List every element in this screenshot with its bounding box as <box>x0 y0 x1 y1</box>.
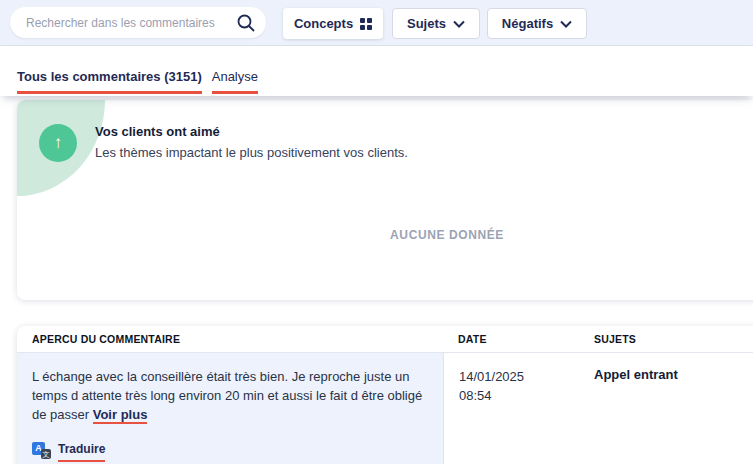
sujets-dropdown-button[interactable]: Sujets <box>392 8 480 39</box>
filter-bar: Concepts Sujets Négatifs <box>0 0 753 46</box>
header-date: DATE <box>443 333 584 345</box>
chevron-down-icon <box>560 20 572 28</box>
concepts-button[interactable]: Concepts <box>283 8 383 39</box>
table-header-row: APERCU DU COMMENTAIRE DATE SUJETS <box>17 326 753 353</box>
empty-state-label: AUCUNE DONNÉE <box>17 228 753 242</box>
header-comment-preview: APERCU DU COMMENTAIRE <box>17 333 443 345</box>
header-subjects: SUJETS <box>584 333 753 345</box>
grid-icon <box>360 18 372 30</box>
card-title: Vos clients ont aimé <box>95 124 408 139</box>
negatifs-dropdown-button[interactable]: Négatifs <box>487 8 587 39</box>
tabs-bar: Tous les commentaires (3151) Analyse <box>0 46 753 96</box>
subject-cell: Appel entrant <box>584 353 753 464</box>
chevron-down-icon <box>453 20 465 28</box>
tabs: Tous les commentaires (3151) Analyse <box>17 69 258 94</box>
card-subtitle: Les thèmes impactant le plus positivemen… <box>95 145 408 160</box>
tab-all-comments[interactable]: Tous les commentaires (3151) <box>17 69 202 94</box>
search-input[interactable] <box>26 16 236 30</box>
sujets-button-label: Sujets <box>407 16 446 31</box>
see-more-link[interactable]: Voir plus <box>93 407 148 424</box>
negatifs-button-label: Négatifs <box>502 16 553 31</box>
search-icon[interactable] <box>236 13 256 33</box>
concepts-button-label: Concepts <box>294 16 353 31</box>
translate-row: A 文 Traduire <box>32 440 425 462</box>
translate-link[interactable]: Traduire <box>58 440 105 462</box>
comments-dashboard: Concepts Sujets Négatifs Tous les commen… <box>0 0 753 464</box>
search-box[interactable] <box>10 7 266 38</box>
comment-time: 08:54 <box>459 386 569 405</box>
translate-icon: A 文 <box>32 442 52 460</box>
comment-cell: L échange avec la conseillère était très… <box>17 353 443 464</box>
card-header: Vos clients ont aimé Les thèmes impactan… <box>95 124 408 160</box>
table-row: L échange avec la conseillère était très… <box>17 353 753 464</box>
comment-date: 14/01/2025 <box>459 367 569 386</box>
date-cell: 14/01/2025 08:54 <box>443 353 584 464</box>
arrow-up-icon: ↑ <box>39 124 77 162</box>
positive-themes-card: ↑ Vos clients ont aimé Les thèmes impact… <box>17 100 753 300</box>
comment-text: L échange avec la conseillère était très… <box>32 369 422 422</box>
comments-table: APERCU DU COMMENTAIRE DATE SUJETS L écha… <box>17 326 753 464</box>
tab-analyse[interactable]: Analyse <box>212 69 258 94</box>
